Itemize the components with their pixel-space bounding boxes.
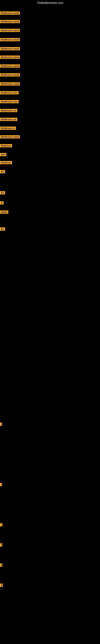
bottleneck-result-badge[interactable]: Bottleneck result [0, 47, 20, 50]
bottleneck-result-badge[interactable]: Bottleneck res [0, 109, 17, 112]
bottleneck-result-badge[interactable]: Bottleneck result [0, 12, 20, 15]
bottleneck-result-badge[interactable]: Bottleneck resu [0, 91, 19, 94]
bottleneck-badge-container: Bottleneck result [0, 47, 20, 51]
bottleneck-badge-container: Bottleneck resu [0, 100, 19, 104]
bottleneck-badge-container: Bottleneck result [0, 56, 20, 60]
bottleneck-result-badge[interactable]: Bottleneck res [0, 118, 17, 121]
bottleneck-result-badge[interactable]: Bott [0, 153, 6, 156]
bottleneck-result-badge[interactable]: Bottleneck resu [0, 100, 19, 103]
bottleneck-result-badge[interactable]: Bottlenec [0, 161, 12, 164]
bottleneck-badge-container: Bottleneck res [0, 109, 17, 113]
bottleneck-badge-container: E [0, 584, 3, 588]
bottleneck-badge-container: Bottleneck result [0, 12, 20, 16]
bottleneck-result-badge[interactable]: Bottle [0, 210, 8, 214]
bottleneck-result-badge[interactable]: Bottleneck result [0, 73, 20, 76]
bottleneck-result-badge[interactable]: Bottleneck result [0, 64, 20, 68]
bottleneck-result-badge[interactable]: | [0, 422, 2, 426]
bottleneck-result-badge[interactable]: Bottleneck re [0, 126, 16, 130]
bottleneck-result-badge[interactable]: Bottlenec [0, 144, 12, 147]
bottleneck-badge-container: Bottleneck result [0, 135, 20, 139]
bottleneck-result-badge[interactable]: Bo [0, 191, 5, 194]
bottleneck-badge-container: E [0, 564, 2, 568]
bottleneck-badge-container: Bottleneck result [0, 29, 20, 33]
bottleneck-result-badge[interactable]: E [0, 544, 2, 546]
bottleneck-badge-container: Bottleneck resu [0, 91, 19, 95]
bottleneck-result-badge[interactable]: Bottleneck result [0, 82, 20, 86]
bottleneck-badge-container: Bottleneck re [0, 126, 16, 130]
bottleneck-badge-container: Bottlenec [0, 144, 12, 148]
site-title: TheBottlenecker.com [0, 0, 100, 6]
bottleneck-badge-container: Bottlenec [0, 161, 12, 165]
bottleneck-result-badge[interactable]: | [0, 523, 2, 526]
bottleneck-badge-container: Bo [0, 191, 5, 195]
bottleneck-badge-container: | [0, 483, 2, 487]
bottleneck-badge-container: Bottle [0, 210, 8, 214]
bottleneck-badge-container: Bottleneck result [0, 38, 20, 42]
bottleneck-badge-container: | [0, 422, 2, 427]
bottleneck-result-badge[interactable]: E [0, 564, 2, 567]
bottleneck-result-badge[interactable]: Bottleneck result [0, 135, 20, 138]
bottleneck-badge-container: B [0, 201, 3, 205]
bottleneck-badge-container: Bo [0, 228, 5, 232]
bottleneck-badge-container: Bottleneck result [0, 82, 20, 86]
bottleneck-result-badge[interactable]: | [0, 483, 2, 486]
bottleneck-result-badge[interactable]: Bo [0, 170, 5, 173]
bottleneck-result-badge[interactable]: Bottleneck result [0, 56, 20, 59]
bottleneck-badge-container: Bott [0, 153, 6, 157]
bottleneck-badge-container: Bottleneck res [0, 118, 17, 122]
bottleneck-result-badge[interactable]: Bottleneck result [0, 29, 20, 32]
bottleneck-result-badge[interactable]: E [0, 584, 3, 587]
bottleneck-badge-container: E [0, 544, 2, 548]
bottleneck-result-badge[interactable]: Bo [0, 228, 5, 231]
bottleneck-result-badge[interactable]: B [0, 201, 3, 204]
bottleneck-badge-container: Bo [0, 170, 5, 174]
bottleneck-badge-container: Bottleneck result [0, 20, 20, 24]
bottleneck-result-badge[interactable]: Bottleneck result [0, 20, 20, 23]
bottleneck-result-badge[interactable]: Bottleneck result [0, 38, 20, 41]
bottleneck-badge-container: Bottleneck result [0, 64, 20, 68]
bottleneck-badge-container: | [0, 523, 2, 527]
bottleneck-badge-container: Bottleneck result [0, 73, 20, 77]
